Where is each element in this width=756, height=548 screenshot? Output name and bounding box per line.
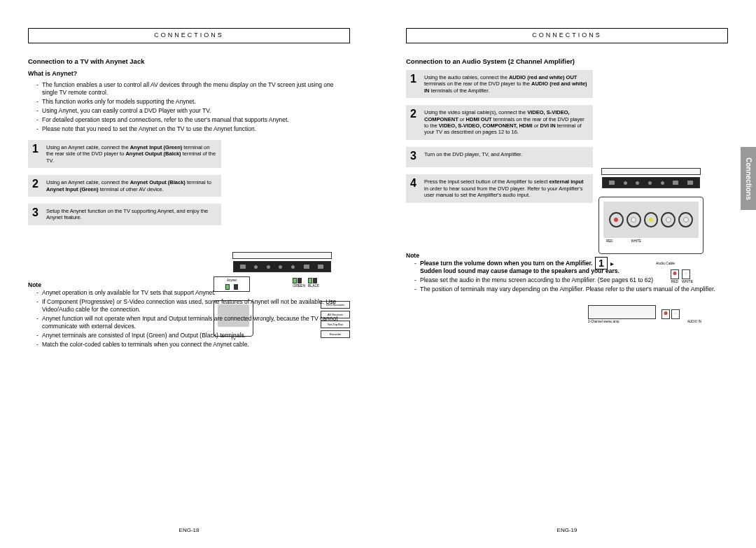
- rca-white-icon: [626, 212, 641, 227]
- amp-in-white-icon: [671, 309, 680, 319]
- anynet-intro-list: The function enables a user to control a…: [28, 81, 350, 133]
- step-text: Press the input select button of the Amp…: [424, 176, 589, 198]
- step-number: 3: [410, 149, 424, 164]
- step-number: 2: [32, 177, 46, 192]
- step-text: Using the video signal cable(s), connect…: [424, 107, 589, 136]
- dvd-rear-panel-icon: [233, 261, 331, 272]
- tv-rear-icon: REDWHITE: [598, 197, 704, 254]
- page-number-left: ENG-18: [179, 527, 200, 534]
- right-step-2: 2 Using the video signal cable(s), conne…: [406, 105, 593, 140]
- rca-red-icon: [609, 212, 624, 227]
- note-item: The position of terminals may vary depen…: [414, 286, 728, 293]
- what-is-anynet: What is Anynet?: [28, 70, 350, 78]
- step-text: Setup the Anynet function on the TV supp…: [46, 206, 217, 221]
- rca-yellow-icon: [644, 212, 659, 227]
- right-step-1: 1 Using the audio cables, connect the AU…: [406, 70, 593, 98]
- step-text: Using an Anynet cable, connect the Anyne…: [46, 142, 217, 164]
- step-text: Using the audio cables, connect the AUDI…: [424, 72, 589, 94]
- rca-icon: [661, 212, 676, 227]
- step-number: 3: [32, 206, 46, 221]
- intro-item: This function works only for models supp…: [36, 98, 350, 106]
- intro-item: Using Anynet, you can easily control a D…: [36, 107, 350, 115]
- intro-item: The function enables a user to control a…: [36, 81, 350, 97]
- right-step-3: 3 Turn on the DVD player, TV, and Amplif…: [406, 147, 593, 168]
- dvd-player-top-icon: [601, 168, 701, 175]
- page-spread: CONNECTIONS Connection to a TV with Anyn…: [0, 0, 756, 548]
- rca-icon: [678, 212, 693, 227]
- right-notes-list: Please turn the volume down when you tur…: [406, 260, 728, 293]
- step-number: 2: [410, 107, 424, 136]
- section-tab: Connections: [741, 147, 756, 210]
- intro-item: For detailed operation steps and connect…: [36, 116, 350, 124]
- right-step-4: 4 Press the input select button of the A…: [406, 174, 593, 202]
- step-number: 1: [410, 72, 424, 94]
- left-step-1: 1 Using an Anynet cable, connect the Any…: [28, 140, 221, 168]
- right-page: CONNECTIONS Connection to an Audio Syste…: [378, 0, 756, 548]
- intro-item: Please note that you need to set the Any…: [36, 125, 350, 133]
- step-number: 1: [32, 142, 46, 164]
- dvd-rear-panel-icon: [602, 177, 700, 188]
- amp-in-red-icon: [662, 309, 670, 319]
- left-title: Connection to a TV with Anynet Jack: [28, 57, 350, 66]
- left-step-2: 2 Using an Anynet cable, connect the Any…: [28, 175, 221, 197]
- header-connections: CONNECTIONS: [28, 28, 350, 43]
- note-item: If Component (Progressive) or S-Video co…: [36, 298, 350, 314]
- note-bold-item: Please turn the volume down when you tur…: [414, 260, 728, 275]
- step-text: Turn on the DVD player, TV, and Amplifie…: [424, 149, 522, 164]
- note-item: Anynet operation is only available for T…: [36, 289, 350, 297]
- note-item: Please set the audio in the menu screen …: [414, 276, 728, 284]
- right-title: Connection to an Audio System (2 Channel…: [406, 57, 728, 66]
- dvd-player-top-icon: [232, 252, 332, 259]
- left-step-3: 3 Setup the Anynet function on the TV su…: [28, 204, 221, 225]
- page-number-right: ENG-19: [557, 527, 578, 534]
- note-item: Match the color-coded cables to terminal…: [36, 341, 350, 349]
- header-connections: CONNECTIONS: [406, 28, 728, 43]
- left-page: CONNECTIONS Connection to a TV with Anyn…: [0, 0, 378, 548]
- amplifier-icon: [588, 305, 656, 319]
- step-text: Using an Anynet cable, connect the Anyne…: [46, 177, 217, 192]
- step-number: 4: [410, 176, 424, 198]
- note-item: Anynet function will not operate when In…: [36, 315, 350, 330]
- note-item: Anynet terminals are consisted of Input …: [36, 332, 350, 339]
